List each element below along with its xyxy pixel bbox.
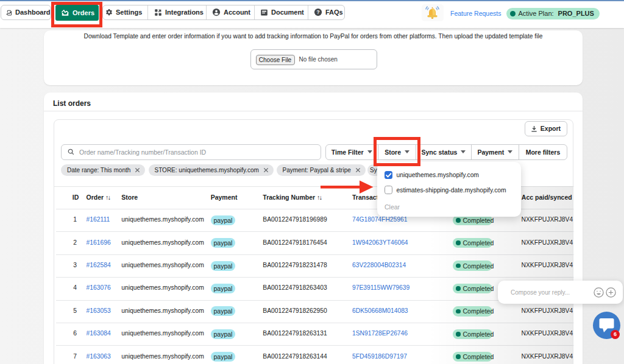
svg-text:?: ? <box>316 9 319 15</box>
